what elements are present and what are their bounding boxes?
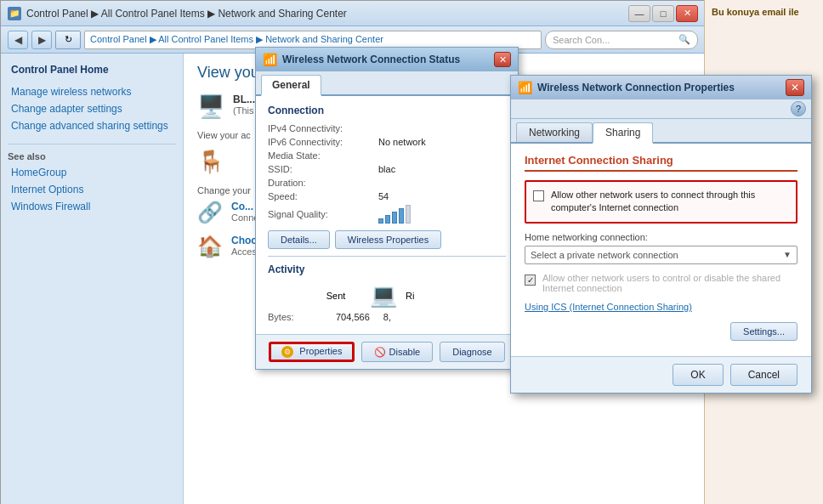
tab-general[interactable]: General: [261, 75, 321, 96]
props-dialog: 📶 Wireless Network Connection Properties…: [510, 75, 812, 394]
sidebar-item-manage-wireless[interactable]: Manage wireless networks: [8, 84, 176, 99]
ssid-value: blac: [378, 164, 395, 174]
ics-checkbox2-row: Allow other network users to control or …: [525, 273, 797, 293]
breadcrumb-text: Control Panel ▶ All Control Panel Items …: [90, 34, 383, 45]
signal-label: Signal Quality:: [268, 209, 378, 219]
status-title-icon: 📶: [263, 53, 277, 66]
props-title-text: Wireless Network Connection Properties: [537, 82, 735, 93]
network-name-1: BL...: [233, 93, 255, 105]
received-label: Ri: [406, 291, 414, 301]
sidebar-item-internet-options[interactable]: Internet Options: [8, 182, 176, 197]
info-ipv4: IPv4 Connectivity:: [268, 123, 506, 133]
info-ssid: SSID: blac: [268, 164, 506, 174]
ics-header: Internet Connection Sharing: [525, 154, 797, 172]
disable-button[interactable]: 🚫 Disable: [361, 342, 433, 362]
activity-header: Activity: [268, 263, 506, 275]
network-icon-2: 🔗: [197, 201, 223, 224]
signal-bar-3: [392, 212, 397, 224]
status-dialog: 📶 Wireless Network Connection Status ✕ G…: [255, 47, 519, 370]
duration-label: Duration:: [268, 178, 378, 188]
forward-button[interactable]: ▶: [31, 31, 52, 49]
sent-label: Sent: [310, 291, 361, 301]
props-titlebar: 📶 Wireless Network Connection Properties…: [511, 76, 811, 99]
diagnose-button[interactable]: Diagnose: [440, 342, 504, 362]
tab-sharing[interactable]: Sharing: [593, 122, 653, 144]
status-tabs: General: [256, 71, 518, 96]
settings-btn-row: Settings...: [525, 322, 797, 341]
cp-titlebar: 📁 Control Panel ▶ All Control Panel Item…: [1, 1, 705, 26]
wireless-properties-button[interactable]: Wireless Properties: [335, 230, 441, 249]
signal-bar-2: [385, 215, 390, 224]
allow-connect-checkbox[interactable]: [533, 190, 544, 201]
ipv4-label: IPv4 Connectivity:: [268, 123, 378, 133]
home-net-section: Home networking connection: Select a pri…: [525, 232, 797, 264]
props-content: Internet Connection Sharing Allow other …: [511, 144, 811, 356]
connection-section-header: Connection: [268, 105, 506, 116]
dropdown-arrow-icon: ▼: [783, 250, 792, 259]
sidebar-item-cp-home[interactable]: Control Panel Home: [8, 62, 176, 77]
ssid-label: SSID:: [268, 164, 378, 174]
speed-label: Speed:: [268, 191, 378, 201]
network-icon-1: 🖥️: [197, 93, 224, 120]
network-activity-icon: 💻: [370, 282, 397, 309]
ipv6-value: No network: [378, 137, 426, 147]
cp-sidebar: Control Panel Home Manage wireless netwo…: [1, 54, 184, 504]
help-button[interactable]: ?: [791, 101, 806, 116]
bench-icon: 🪑: [197, 149, 224, 175]
sidebar-item-change-advanced[interactable]: Change advanced sharing settings: [8, 118, 176, 133]
signal-bar-1: [378, 218, 383, 224]
ok-button[interactable]: OK: [673, 364, 723, 386]
bytes-received: 8,: [383, 312, 391, 322]
bytes-row: Bytes: 704,566 8,: [268, 312, 506, 322]
sidebar-item-homegroup[interactable]: HomeGroup: [8, 165, 176, 180]
activity-row: Sent 💻 Ri: [268, 282, 506, 309]
network-desc-1: (This: [233, 105, 255, 116]
dropdown-value: Select a private network connection: [531, 250, 678, 260]
info-ipv6: IPv6 Connectivity: No network: [268, 137, 506, 147]
info-media: Media State:: [268, 150, 506, 161]
sidebar-item-windows-firewall[interactable]: Windows Firewall: [8, 199, 176, 214]
search-placeholder: Search Con...: [553, 35, 610, 45]
home-net-dropdown[interactable]: Select a private network connection ▼: [525, 246, 797, 264]
settings-button[interactable]: Settings...: [730, 322, 797, 341]
close-button[interactable]: ✕: [676, 5, 698, 22]
props-help-row: ?: [511, 99, 811, 119]
signal-quality-row: Signal Quality:: [268, 205, 506, 224]
cp-title: Control Panel ▶ All Control Panel Items …: [26, 8, 623, 20]
home-net-label: Home networking connection:: [525, 232, 797, 242]
activity-divider: [268, 256, 506, 257]
see-also-title: See also: [8, 151, 176, 161]
info-speed: Speed: 54: [268, 191, 506, 201]
properties-button[interactable]: ⚙ Properties: [269, 342, 355, 362]
maximize-button[interactable]: □: [652, 5, 674, 22]
bytes-sent: 704,566: [336, 312, 370, 322]
properties-btn-icon: ⚙: [281, 346, 293, 358]
status-close-btn[interactable]: ✕: [494, 52, 511, 67]
network-info-1: BL... (This: [233, 93, 255, 116]
status-titlebar: 📶 Wireless Network Connection Status ✕: [256, 48, 518, 71]
status-bottom-buttons: ⚙ Properties 🚫 Disable Diagnose: [256, 334, 518, 369]
refresh-button[interactable]: ↻: [55, 31, 81, 49]
info-duration: Duration:: [268, 178, 506, 188]
ics-checkbox-row: Allow other network users to connect thr…: [525, 180, 797, 224]
search-bar[interactable]: Search Con... 🔍: [545, 31, 698, 49]
status-btn-row1: Details... Wireless Properties: [268, 230, 506, 249]
minimize-button[interactable]: —: [628, 5, 650, 22]
allow-control-checkbox[interactable]: [525, 275, 536, 286]
ipv6-label: IPv6 Connectivity:: [268, 137, 378, 147]
cancel-button[interactable]: Cancel: [730, 364, 797, 386]
email-panel-text: Bu konuya email ile: [712, 7, 816, 17]
props-bottom-buttons: OK Cancel: [511, 356, 811, 393]
tab-networking[interactable]: Networking: [516, 122, 593, 142]
media-label: Media State:: [268, 150, 378, 161]
allow-control-label: Allow other network users to control or …: [542, 273, 797, 293]
back-button[interactable]: ◀: [8, 31, 28, 49]
disable-icon: 🚫: [374, 347, 386, 357]
ics-link[interactable]: Using ICS (Internet Connection Sharing): [525, 302, 797, 312]
speed-value: 54: [378, 191, 389, 201]
details-button[interactable]: Details...: [268, 230, 330, 249]
allow-connect-label: Allow other network users to connect thr…: [551, 189, 789, 215]
cp-window-icon: 📁: [8, 7, 21, 20]
sidebar-item-change-adapter[interactable]: Change adapter settings: [8, 101, 176, 116]
props-close-btn[interactable]: ✕: [786, 79, 804, 96]
